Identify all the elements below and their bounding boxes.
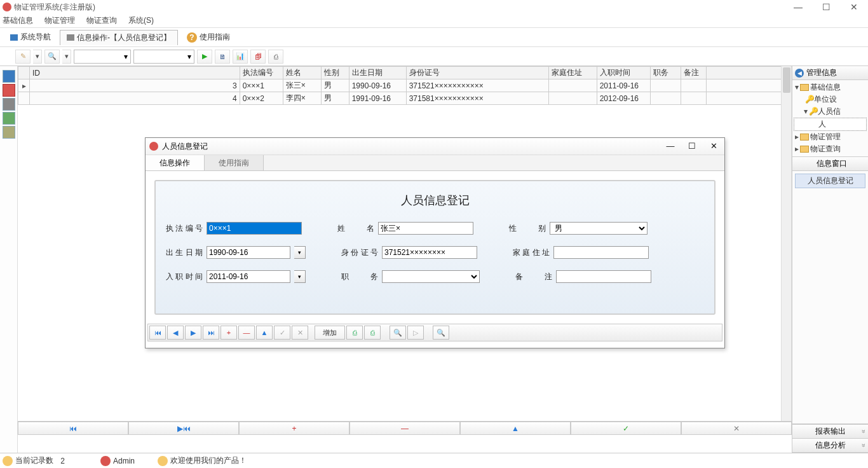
col-code[interactable]: 执法编号 xyxy=(240,67,283,79)
tab-info-ops[interactable]: 信息操作-【人员信息登记】 xyxy=(60,30,178,45)
input-note[interactable] xyxy=(556,270,651,283)
nav-add[interactable]: + xyxy=(239,422,349,435)
side-icon-4[interactable] xyxy=(3,112,15,125)
tree-node-person-leaf[interactable]: 人 xyxy=(818,120,826,128)
tree-node-evidence-manage[interactable]: 物证管理 xyxy=(810,132,841,141)
col-idno[interactable]: 身份证号 xyxy=(406,67,548,79)
close-button[interactable]: ✕ xyxy=(840,0,868,14)
menu-system[interactable]: 系统(S) xyxy=(128,15,154,26)
accordion-report[interactable]: 报表输出 xyxy=(792,425,868,439)
tool-search[interactable] xyxy=(44,50,60,64)
rec-ok[interactable]: ✓ xyxy=(274,326,290,340)
input-sex[interactable]: 男 xyxy=(550,222,648,235)
rec-first[interactable]: ⏮ xyxy=(149,326,166,340)
tool-search-drop[interactable]: ▾ xyxy=(62,50,71,64)
btn-print-preview[interactable]: ⎙ xyxy=(364,326,381,340)
tool-edit-drop[interactable]: ▾ xyxy=(33,50,42,64)
row-indicator xyxy=(18,92,30,105)
tool-print[interactable] xyxy=(268,50,283,64)
dialog-tab-help[interactable]: 使用指南 xyxy=(205,155,264,170)
rec-cancel[interactable]: ✕ xyxy=(292,326,308,340)
help-icon: ? xyxy=(187,32,197,43)
menu-evidence-query[interactable]: 物证查询 xyxy=(86,15,117,26)
dialog-tab-ops[interactable]: 信息操作 xyxy=(146,155,205,170)
btn-play[interactable]: ▷ xyxy=(407,326,424,340)
accordion-analysis[interactable]: 信息分析 xyxy=(792,439,868,453)
btn-add[interactable]: 增加 xyxy=(315,326,345,340)
tool-run[interactable] xyxy=(197,50,212,64)
vertical-scrollbar[interactable] xyxy=(781,66,791,421)
rec-next[interactable]: ▶ xyxy=(185,326,201,340)
input-code[interactable] xyxy=(207,222,302,235)
col-job[interactable]: 职务 xyxy=(650,67,681,79)
status-bar: 当前记录数 2 Admin 欢迎使用我们的产品！ xyxy=(0,453,868,468)
tree-header: ◀ 管理信息 xyxy=(792,66,868,80)
back-icon[interactable]: ◀ xyxy=(795,69,804,78)
col-addr[interactable]: 家庭住址 xyxy=(548,67,597,79)
input-idno[interactable] xyxy=(382,246,477,259)
filter-value-combo[interactable]: ▾ xyxy=(133,50,194,64)
side-icon-2[interactable] xyxy=(3,84,15,97)
tab-system-nav[interactable]: 系统导航 xyxy=(4,30,57,45)
rec-edit[interactable]: ▲ xyxy=(256,326,273,340)
input-birth[interactable] xyxy=(207,246,290,259)
btn-find[interactable]: 🔍 xyxy=(433,326,449,340)
dialog-minimize[interactable]: — xyxy=(660,138,681,155)
tree-node-unit[interactable]: 单位设 xyxy=(814,95,837,104)
input-hire[interactable] xyxy=(207,270,290,283)
dialog-icon xyxy=(149,142,158,151)
info-window-item[interactable]: 人员信息登记 xyxy=(795,174,865,188)
tree-node-evidence-query[interactable]: 物证查询 xyxy=(810,144,841,153)
btn-print[interactable]: ⎙ xyxy=(346,326,363,340)
data-grid[interactable]: ID 执法编号 姓名 性别 出生日期 身份证号 家庭住址 入职时间 职务 备注 … xyxy=(18,66,791,105)
hire-picker-btn[interactable]: ▾ xyxy=(294,270,306,283)
input-job[interactable] xyxy=(382,270,480,283)
rec-del[interactable]: — xyxy=(238,326,255,340)
col-note[interactable]: 备注 xyxy=(681,67,706,79)
lbl-code: 执法编号 xyxy=(166,223,203,234)
col-hire[interactable]: 入职时间 xyxy=(597,67,650,79)
side-icon-5[interactable] xyxy=(3,126,15,139)
filter-field-combo[interactable]: ▾ xyxy=(74,50,131,64)
tab-band: 系统导航 信息操作-【人员信息登记】 ?使用指南 xyxy=(0,28,868,47)
nav-delete[interactable]: — xyxy=(349,422,460,435)
tab-icon xyxy=(10,34,18,41)
menu-basic-info[interactable]: 基础信息 xyxy=(3,15,33,26)
tool-export[interactable] xyxy=(250,50,266,64)
table-row[interactable]: ▸ 3 0×××1 张三× 男 1990-09-16 371521×××××××… xyxy=(18,79,792,92)
side-icon-3[interactable] xyxy=(3,98,15,111)
tree-node-person[interactable]: 人员信 xyxy=(818,107,841,116)
input-name[interactable] xyxy=(378,222,473,235)
rec-last[interactable]: ⏭ xyxy=(203,326,219,340)
tool-chart[interactable] xyxy=(233,50,248,64)
nav-first[interactable]: ⏮ xyxy=(18,422,128,435)
dialog-titlebar[interactable]: 人员信息登记 — ☐ ✕ xyxy=(146,138,724,155)
input-addr[interactable] xyxy=(553,246,649,259)
col-id[interactable]: ID xyxy=(30,67,240,79)
nav-up[interactable]: ▲ xyxy=(460,422,571,435)
nav-prev[interactable]: ▶⏮ xyxy=(128,422,239,435)
nav-tree[interactable]: ▾基础信息 🔑单位设 ▾🔑人员信 人 ▸物证管理 ▸物证查询 xyxy=(792,80,868,156)
dialog-heading: 人员信息登记 xyxy=(163,193,707,208)
tool-edit[interactable] xyxy=(15,50,31,64)
col-birth[interactable]: 出生日期 xyxy=(349,67,406,79)
nav-cancel[interactable]: ✕ xyxy=(681,422,792,435)
minimize-button[interactable]: — xyxy=(784,0,812,14)
tree-node-basic[interactable]: 基础信息 xyxy=(810,83,841,92)
col-name2[interactable]: 姓名 xyxy=(283,67,321,79)
dialog-maximize[interactable]: ☐ xyxy=(681,138,703,155)
rec-prev[interactable]: ◀ xyxy=(167,326,184,340)
table-row[interactable]: 4 0×××2 李四× 男 1991-09-16 371581×××××××××… xyxy=(18,92,792,105)
tree-panel: ◀ 管理信息 ▾基础信息 🔑单位设 ▾🔑人员信 人 ▸物证管理 ▸物证查询 xyxy=(792,66,868,157)
birth-picker-btn[interactable]: ▾ xyxy=(294,246,306,259)
col-sex[interactable]: 性别 xyxy=(321,67,349,79)
nav-ok[interactable]: ✓ xyxy=(571,422,681,435)
side-icon-1[interactable] xyxy=(3,70,15,83)
maximize-button[interactable]: ☐ xyxy=(812,0,840,14)
btn-zoom[interactable]: 🔍 xyxy=(390,326,406,340)
tab-help[interactable]: ?使用指南 xyxy=(180,30,236,45)
tool-doc[interactable] xyxy=(215,50,230,64)
menu-evidence-manage[interactable]: 物证管理 xyxy=(44,15,75,26)
dialog-close[interactable]: ✕ xyxy=(703,138,724,155)
rec-add[interactable]: + xyxy=(220,326,237,340)
